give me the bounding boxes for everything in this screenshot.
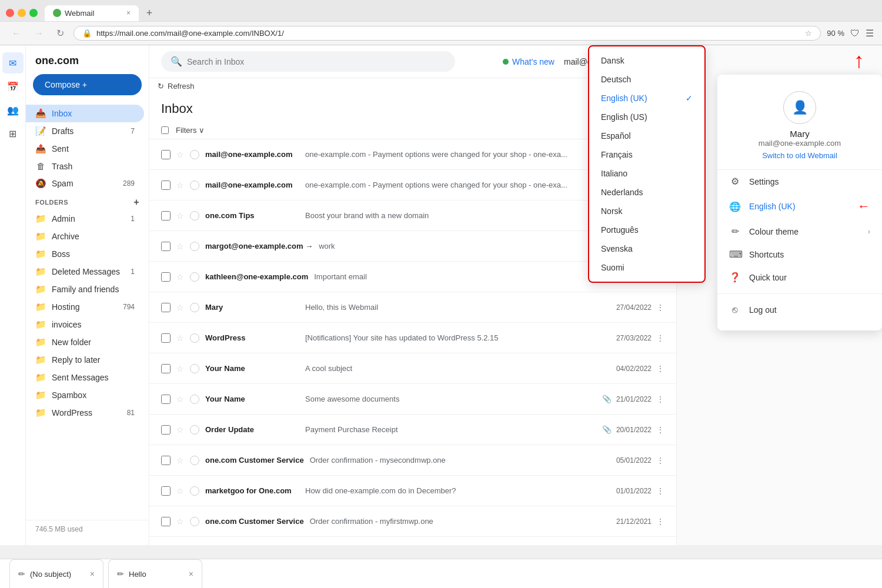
star-icon[interactable]: ☆ — [176, 486, 184, 496]
tab-close-button[interactable]: × — [126, 9, 131, 17]
sidebar-folder-spambox[interactable]: 📁 Spambox — [26, 386, 144, 404]
language-option[interactable]: English (US) — [589, 108, 704, 126]
email-checkbox[interactable] — [161, 456, 171, 465]
email-list-item[interactable]: ☆ Your Name A cool subject 04/02/2022 ⋮ — [149, 353, 676, 384]
email-checkbox[interactable] — [161, 272, 171, 282]
refresh-button[interactable]: ↻ — [53, 25, 68, 41]
minimize-traffic-light[interactable] — [18, 9, 26, 17]
email-checkbox[interactable] — [161, 517, 171, 526]
sidebar-folder-hosting[interactable]: 📁 Hosting 794 — [26, 298, 144, 316]
compose-button[interactable]: Compose + — [33, 74, 142, 95]
email-more-button[interactable]: ⋮ — [656, 456, 664, 465]
new-tab-button[interactable]: + — [141, 5, 158, 21]
email-list-item[interactable]: ☆ Mary Hello, this is Webmail 27/04/2022… — [149, 292, 676, 323]
close-traffic-light[interactable] — [6, 9, 14, 17]
email-list-item[interactable]: ☆ Your Name Some awesome documents 📎 21/… — [149, 384, 676, 415]
draft-close-button[interactable]: × — [90, 569, 95, 579]
star-icon[interactable]: ☆ — [176, 456, 184, 465]
email-checkbox[interactable] — [161, 150, 171, 159]
language-option[interactable]: Norsk — [589, 202, 704, 220]
sidebar-item-spam[interactable]: 🔕 Spam 289 — [26, 175, 144, 192]
url-bar[interactable]: 🔒 https://mail.one.com/mail@one-example.… — [74, 26, 821, 41]
star-icon[interactable]: ☆ — [176, 272, 184, 282]
email-list-item[interactable]: ☆ one.com Customer Service Order confirm… — [149, 445, 676, 476]
email-more-button[interactable]: ⋮ — [656, 517, 664, 526]
star-icon[interactable]: ☆ — [176, 517, 184, 526]
draft-tab-no-subject[interactable]: ✏ (No subject) × — [9, 559, 103, 588]
menu-item-shortcuts[interactable]: ⌨ Shortcuts — [717, 243, 882, 266]
star-icon[interactable]: ☆ — [805, 29, 812, 38]
menu-item-language[interactable]: 🌐 English (UK) ← — [717, 193, 882, 220]
browser-tab[interactable]: Webmail × — [45, 5, 139, 21]
menu-item-logout[interactable]: ⎋ Log out — [717, 299, 882, 321]
add-folder-button[interactable]: + — [133, 197, 139, 208]
star-icon[interactable]: ☆ — [176, 242, 184, 251]
sidebar-folder-wordpress[interactable]: 📁 WordPress 81 — [26, 404, 144, 422]
language-option[interactable]: Español — [589, 126, 704, 145]
language-option[interactable]: Nederlands — [589, 183, 704, 202]
nav-icon-calendar[interactable]: 📅 — [2, 76, 24, 97]
draft-tab-hello[interactable]: ✏ Hello × — [108, 559, 202, 588]
email-more-button[interactable]: ⋮ — [656, 303, 664, 312]
sidebar-folder-archive[interactable]: 📁 Archive — [26, 228, 144, 245]
email-checkbox[interactable] — [161, 303, 171, 312]
language-option[interactable]: English (UK)✓ — [589, 89, 704, 108]
email-checkbox[interactable] — [161, 211, 171, 220]
sidebar-item-sent[interactable]: 📤 Sent — [26, 140, 144, 158]
email-list-item[interactable]: ☆ WordPress [Notifications] Your site ha… — [149, 323, 676, 353]
email-checkbox[interactable] — [161, 425, 171, 435]
menu-item-quick-tour[interactable]: ❓ Quick tour — [717, 266, 882, 289]
select-all-checkbox[interactable] — [161, 126, 169, 134]
whats-new-button[interactable]: What's new — [503, 57, 554, 66]
star-icon[interactable]: ☆ — [176, 150, 184, 159]
language-option[interactable]: Dansk — [589, 51, 704, 70]
draft-hello-close-button[interactable]: × — [189, 569, 193, 579]
star-icon[interactable]: ☆ — [176, 211, 184, 220]
language-option[interactable]: Suomi — [589, 258, 704, 277]
star-icon[interactable]: ☆ — [176, 303, 184, 312]
star-icon[interactable]: ☆ — [176, 364, 184, 373]
sidebar-folder-new[interactable]: 📁 New folder — [26, 333, 144, 351]
sidebar-item-trash[interactable]: 🗑 Trash — [26, 158, 144, 175]
language-option[interactable]: Français — [589, 145, 704, 164]
email-more-button[interactable]: ⋮ — [656, 364, 664, 373]
sidebar-folder-reply-later[interactable]: 📁 Reply to later — [26, 351, 144, 369]
language-option[interactable]: Deutsch — [589, 70, 704, 89]
email-checkbox[interactable] — [161, 333, 171, 343]
sidebar-item-inbox[interactable]: 📥 Inbox — [26, 105, 144, 122]
email-list-item[interactable]: ☆ marketgoo for One.com How did one-exam… — [149, 476, 676, 506]
search-input[interactable] — [187, 57, 446, 66]
email-list-item[interactable]: ☆ one.com Customer Service Order confirm… — [149, 506, 676, 537]
sidebar-folder-family[interactable]: 📁 Family and friends — [26, 280, 144, 298]
email-checkbox[interactable] — [161, 486, 171, 496]
nav-icon-contacts[interactable]: 👥 — [2, 99, 24, 121]
forward-button[interactable]: → — [31, 26, 47, 41]
language-option[interactable]: Italiano — [589, 164, 704, 183]
maximize-traffic-light[interactable] — [29, 9, 38, 17]
nav-icon-apps[interactable]: ⊞ — [2, 123, 24, 144]
email-checkbox[interactable] — [161, 364, 171, 373]
sidebar-folder-sent-messages[interactable]: 📁 Sent Messages — [26, 369, 144, 386]
email-list-item[interactable]: ☆ Order Update Payment Purchase Receipt … — [149, 415, 676, 445]
sidebar-folder-invoices[interactable]: 📁 invoices — [26, 316, 144, 333]
star-icon[interactable]: ☆ — [176, 395, 184, 404]
language-option[interactable]: Svenska — [589, 239, 704, 258]
switch-webmail-link[interactable]: Switch to old Webmail — [762, 151, 837, 160]
star-icon[interactable]: ☆ — [176, 181, 184, 190]
search-box[interactable]: 🔍 — [161, 51, 455, 72]
back-button[interactable]: ← — [8, 26, 25, 41]
star-icon[interactable]: ☆ — [176, 425, 184, 435]
nav-icon-mail[interactable]: ✉ — [2, 52, 24, 74]
menu-item-settings[interactable]: ⚙ Settings — [717, 170, 882, 193]
language-option[interactable]: Português — [589, 220, 704, 239]
email-checkbox[interactable] — [161, 181, 171, 190]
email-checkbox[interactable] — [161, 242, 171, 251]
email-checkbox[interactable] — [161, 395, 171, 404]
sidebar-folder-admin[interactable]: 📁 Admin 1 — [26, 210, 144, 228]
menu-item-colour-theme[interactable]: ✏ Colour theme › — [717, 220, 882, 243]
star-icon[interactable]: ☆ — [176, 333, 184, 343]
filters-button[interactable]: Filters ∨ — [176, 126, 205, 135]
email-more-button[interactable]: ⋮ — [656, 425, 664, 435]
sidebar-item-drafts[interactable]: 📝 Drafts 7 — [26, 122, 144, 140]
email-more-button[interactable]: ⋮ — [656, 486, 664, 496]
